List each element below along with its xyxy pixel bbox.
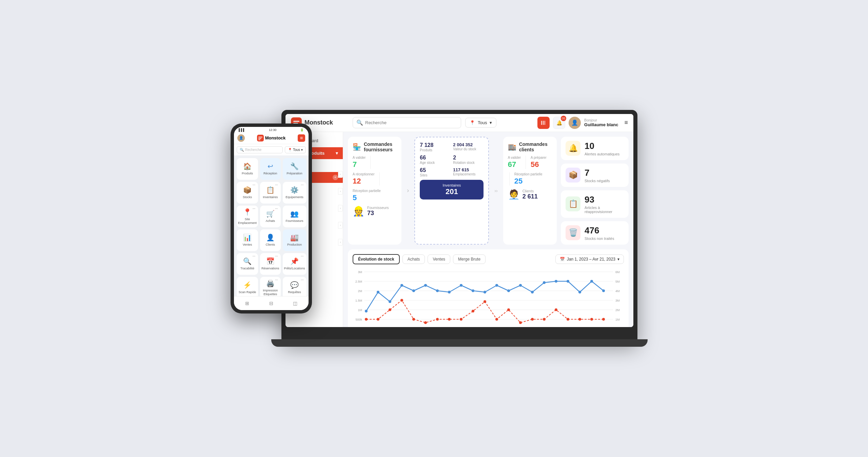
bottom-list-button[interactable]: ⊟ <box>267 299 276 308</box>
phone-status-bar: ▌▌▌ 12:30 🔋 <box>234 127 309 132</box>
fournisseurs-avalider-value: 7 <box>353 160 366 169</box>
tracabilite-label: Tracabilité <box>240 267 254 270</box>
clients-label: Clients <box>266 243 275 247</box>
hamburger-button[interactable]: ≡ <box>624 119 628 126</box>
tab-achats[interactable]: Achats <box>402 254 425 264</box>
svg-point-46 <box>578 291 581 293</box>
phone-grid-impression[interactable]: ••• 🖨️ Impression Etiquettes <box>260 277 281 296</box>
phone-search-icon: 🔍 <box>240 148 244 152</box>
impression-icon: 🖨️ <box>266 279 275 287</box>
rotation-value: 2 <box>453 155 484 161</box>
phone-grid-scan[interactable]: ⚡ Scan Rapide <box>237 277 258 296</box>
svg-point-56 <box>448 318 451 321</box>
phone-grid-prets[interactable]: ••• 📌 Prêts/Locations <box>283 253 307 275</box>
sidebar-collapse-5[interactable]: › <box>338 239 343 246</box>
commandes-clients-card: 🏬 Commandes clients A valider 67 <box>503 137 557 245</box>
svg-point-38 <box>484 291 486 293</box>
inventaires-value: 201 <box>425 187 479 196</box>
sites-value: 65 <box>420 167 450 173</box>
phone-grid-ventes[interactable]: 📊 Ventes <box>237 229 258 251</box>
date-range-picker[interactable]: 📅 Jan 1, 2023 – Avr 21, 2023 ▾ <box>555 254 624 264</box>
sidebar-collapse-4[interactable]: › <box>338 222 343 229</box>
phone-grid-preparation[interactable]: 🔧 Préparation <box>283 158 307 180</box>
phone-grid-inventaires[interactable]: ••• 📋 Inventaires <box>260 182 281 204</box>
bottom-layout-button[interactable]: ◫ <box>291 299 300 308</box>
right-widgets: 🔔 10 Alertes automatiques 📦 7 <box>561 137 629 245</box>
top-nav: Monstock 🔍 📍 Tous ▾ <box>285 114 633 132</box>
add-icon[interactable]: + <box>330 163 335 169</box>
preparation-icon: 🔧 <box>290 162 299 170</box>
laptop-base <box>271 339 648 347</box>
svg-point-58 <box>472 310 474 312</box>
commandes-fournisseurs-card: 🏪 Commandes fournisseurs A valider 7 <box>348 137 401 245</box>
barcode-button[interactable] <box>537 117 550 129</box>
bottom-grid-button[interactable]: ⊞ <box>242 299 252 308</box>
svg-point-64 <box>543 318 546 321</box>
phone-time: 12:30 <box>269 128 277 132</box>
chevron-down-icon: ▾ <box>490 120 492 125</box>
inventaires-dot: ••• <box>275 183 278 186</box>
stocks-icon: 📦 <box>243 186 252 194</box>
tab-ventes[interactable]: Ventes <box>428 254 450 264</box>
phone-grid-production[interactable]: 🏭 Production <box>283 229 307 251</box>
widget-non-traites: 🗑️ 476 Stocks non traités <box>561 221 629 245</box>
greeting: Bonjour <box>584 118 618 122</box>
phone: ▌▌▌ 12:30 🔋 👤 Monstock ⊞ <box>231 123 312 313</box>
sidebar-collapse-3[interactable]: › <box>338 205 343 212</box>
phone-grid-achats[interactable]: ••• 🛒 Achats <box>260 206 281 227</box>
svg-rect-83 <box>258 138 261 139</box>
phone-grid-clients[interactable]: 👤 Clients <box>260 229 281 251</box>
prets-label: Prêts/Locations <box>284 267 305 270</box>
phone-search-placeholder: Recherche <box>245 148 261 152</box>
svg-point-69 <box>602 318 605 321</box>
clients-avalider-label: A valider <box>508 156 521 159</box>
user-info: 👤 Bonjour Guillaume blanc <box>569 117 618 129</box>
emplacements-value: 117 615 <box>453 167 484 172</box>
phone-grid-produits[interactable]: 🏠 Produits <box>237 158 258 180</box>
svg-point-51 <box>389 308 391 311</box>
inventaires-icon: 📋 <box>266 186 275 194</box>
non-traites-icon: 🗑️ <box>566 225 580 240</box>
phone-grid-tracabilite[interactable]: ••• 🔍 Tracabilité <box>237 253 258 275</box>
search-bar[interactable]: 🔍 <box>353 117 461 128</box>
svg-point-35 <box>448 291 451 293</box>
phone-grid-reception[interactable]: ↩ Réception <box>260 158 281 180</box>
phone-location-picker[interactable]: 📍 Tous ▾ <box>285 146 306 153</box>
sidebar-collapse-2[interactable]: › <box>338 188 343 195</box>
phone-grid-equipements[interactable]: ••• ⚙️ Equipements <box>283 182 307 204</box>
age-label: Age stock <box>420 161 450 165</box>
clients-reception-value: 25 <box>514 177 542 186</box>
svg-point-67 <box>578 318 581 321</box>
tab-merge[interactable]: Merge Brute <box>453 254 486 264</box>
phone-grid-fournisseurs[interactable]: 👥 Fournisseurs <box>283 206 307 227</box>
svg-text:2.5M: 2.5M <box>355 280 362 283</box>
phone-signal: ▌▌▌ <box>239 128 245 132</box>
stocks-dot: ••• <box>253 183 255 186</box>
location-picker[interactable]: 📍 Tous ▾ <box>465 118 496 128</box>
svg-text:3M: 3M <box>358 270 362 274</box>
search-input[interactable] <box>365 120 457 125</box>
arrow-1: › <box>406 137 410 245</box>
phone-grid-stocks[interactable]: ••• 📦 Stocks <box>237 182 258 204</box>
phone-grid-reservations[interactable]: ••• 📅 Réservations <box>260 253 281 275</box>
non-traites-label: Stocks non traités <box>585 236 614 241</box>
svg-text:2M: 2M <box>358 289 362 293</box>
svg-point-55 <box>436 318 439 321</box>
notification-button[interactable]: 🔔 05 <box>553 117 565 129</box>
phone-qr-button[interactable]: ⊞ <box>298 134 305 142</box>
inventaires-button[interactable]: Inventaires 201 <box>420 180 484 199</box>
phone-logo: Monstock <box>257 135 286 141</box>
phone-grid-site-emplacement[interactable]: ••• 📍 Site Emplacement <box>237 206 258 227</box>
svg-point-34 <box>436 289 439 292</box>
tab-evolution[interactable]: Évolution de stock <box>353 254 400 264</box>
main-content: ⊞ Dashboard 📦 Produits ▾ Produits + Vari… <box>285 132 633 327</box>
phone-chevron-icon: ▾ <box>301 148 303 152</box>
barcode-icon <box>540 120 547 126</box>
svg-point-68 <box>590 318 593 321</box>
add-variantes-icon[interactable]: + <box>333 175 338 180</box>
age-value: 66 <box>420 155 450 161</box>
equipements-label: Equipements <box>285 195 303 199</box>
phone-grid-requetes[interactable]: ••• 💬 Requêtes <box>283 277 307 296</box>
sidebar-collapse-1[interactable]: › <box>338 171 343 178</box>
phone-search-bar[interactable]: 🔍 Recherche <box>237 146 283 153</box>
